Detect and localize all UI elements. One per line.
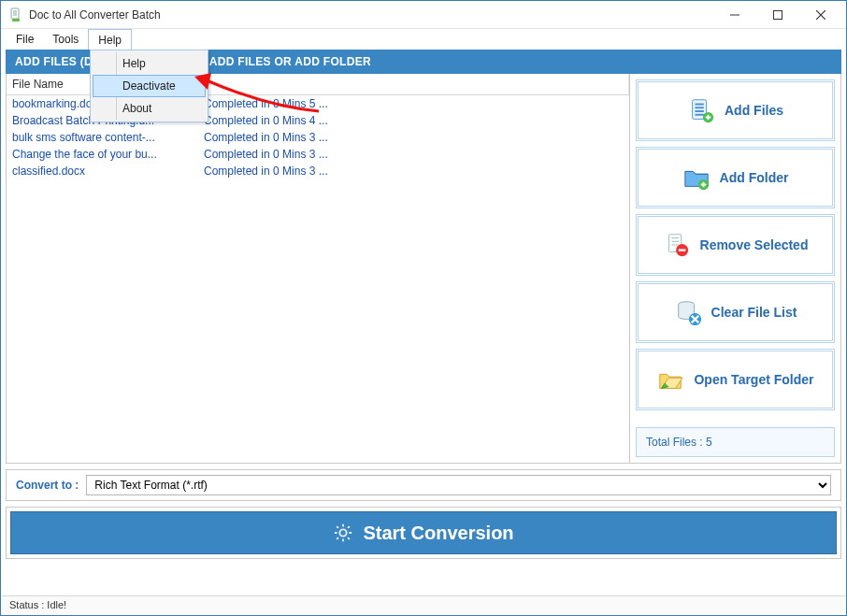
open-target-icon [656,365,684,394]
add-folder-label: Add Folder [720,170,789,185]
menu-bar: File Tools Help [1,29,846,50]
cell-status: Completed in 0 Mins 3 ... [198,163,629,179]
cell-file-name: bulk sms software content-... [7,129,198,146]
help-menu-about[interactable]: About [93,97,206,120]
svg-point-10 [340,529,347,536]
add-files-icon [687,96,715,124]
menu-tools[interactable]: Tools [43,29,88,50]
menu-help[interactable]: Help [88,29,132,50]
column-status[interactable] [198,74,629,94]
minimize-button[interactable] [713,1,756,29]
side-panel: Add Files Add Folder Remove Selected Cle… [630,74,840,463]
add-folder-icon [682,164,711,192]
gear-icon [333,523,353,543]
total-files-label: Total Files : [646,436,706,449]
window-title: Doc to All Converter Batch [29,8,713,21]
table-row[interactable]: bulk sms software content-...Completed i… [7,129,629,146]
add-folder-button[interactable]: Add Folder [636,147,835,208]
cell-status: Completed in 0 Mins 4 ... [198,112,629,129]
cell-file-name: Change the face of your bu... [7,146,198,163]
close-button[interactable] [799,1,842,29]
title-bar: Doc to All Converter Batch [1,1,846,29]
content-area: File Name bookmarking.docxCompleted in 0… [6,74,841,464]
svg-rect-1 [12,19,20,21]
convert-to-label: Convert to : [16,479,79,492]
app-icon [8,7,23,22]
open-target-label: Open Target Folder [694,372,813,387]
total-files-value: 5 [706,436,712,449]
maximize-button[interactable] [756,1,799,29]
help-dropdown: Help Deactivate About [90,50,208,122]
remove-selected-label: Remove Selected [700,237,809,252]
start-row: Start Conversion [6,507,841,559]
remove-selected-button[interactable]: Remove Selected [636,214,835,276]
convert-row: Convert to : Rich Text Format (*.rtf) [6,469,841,501]
grid-body[interactable]: bookmarking.docxCompleted in 0 Mins 5 ..… [7,95,629,463]
cell-status: Completed in 0 Mins 5 ... [198,95,629,112]
file-grid: File Name bookmarking.docxCompleted in 0… [7,74,630,463]
status-bar: Status : Idle! [2,595,845,614]
help-menu-deactivate[interactable]: Deactivate [93,75,206,97]
clear-list-button[interactable]: Clear File List [636,281,835,343]
clear-list-icon [674,298,702,326]
cell-status: Completed in 0 Mins 3 ... [198,129,629,146]
help-menu-help[interactable]: Help [93,52,206,75]
table-row[interactable]: Change the face of your bu...Completed i… [7,146,629,163]
start-conversion-button[interactable]: Start Conversion [10,511,837,554]
table-row[interactable]: classified.docxCompleted in 0 Mins 3 ... [7,163,629,179]
add-files-button[interactable]: Add Files [636,79,835,141]
svg-rect-2 [774,10,782,19]
open-target-button[interactable]: Open Target Folder [636,349,835,410]
convert-to-select[interactable]: Rich Text Format (*.rtf) [86,475,831,495]
cell-status: Completed in 0 Mins 3 ... [198,146,629,163]
clear-list-label: Clear File List [711,305,797,320]
add-files-label: Add Files [725,103,783,118]
total-files-box: Total Files : 5 [636,427,835,457]
menu-file[interactable]: File [7,29,43,50]
cell-file-name: classified.docx [7,163,198,179]
start-conversion-label: Start Conversion [363,523,513,544]
remove-selected-icon [663,231,691,259]
